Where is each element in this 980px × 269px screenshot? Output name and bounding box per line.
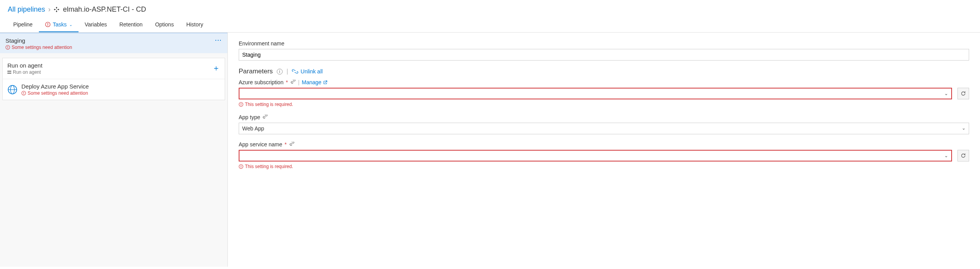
unlink-all-label: Unlink all [300,68,323,75]
agent-title: Run on agent [7,62,42,69]
external-link-icon [323,80,327,85]
chevron-down-icon: ⌄ [944,91,948,96]
env-name-label: Environment name [239,40,969,47]
add-task-icon[interactable]: ＋ [212,63,220,73]
bars-icon [7,71,11,74]
azure-app-service-icon [7,85,17,95]
azure-subscription-select[interactable]: ⌄ [239,88,952,99]
task-warning: Some settings need attention [21,90,89,96]
error-bang-icon [239,164,243,169]
tab-variables[interactable]: Variables [79,17,113,32]
tab-history[interactable]: History [180,17,210,32]
chevron-right-icon: › [48,5,51,14]
unlink-icon [292,69,298,74]
svg-rect-0 [54,9,55,10]
manage-link[interactable]: Manage [302,79,327,85]
stage-name: Staging [5,37,222,44]
refresh-button[interactable] [957,150,969,161]
chevron-down-icon: ⌄ [962,125,966,131]
tab-options[interactable]: Options [149,17,180,32]
tab-retention[interactable]: Retention [113,17,149,32]
azure-subscription-error: This setting is required. [239,102,969,107]
breadcrumb-root[interactable]: All pipelines [8,5,45,14]
tab-tasks-label: Tasks [53,21,67,28]
divider: | [286,68,288,75]
parameters-heading: Parameters [239,68,273,75]
chevron-down-icon: ⌄ [944,153,948,158]
task-warning-text: Some settings need attention [28,90,88,96]
svg-point-21 [241,167,241,168]
chevron-down-icon: ⌄ [69,23,72,27]
svg-rect-3 [56,11,57,12]
more-options-icon[interactable]: ··· [215,37,222,43]
error-bang-icon [239,102,243,107]
stage-warning-text: Some settings need attention [12,45,72,50]
refresh-button[interactable] [957,88,969,99]
svg-rect-2 [58,9,59,10]
stage-staging[interactable]: Staging Some settings need attention ··· [0,33,227,53]
page-title: elmah.io-ASP.NET-CI - CD [63,5,146,14]
task-title: Deploy Azure App Service [21,83,89,90]
svg-point-9 [7,48,8,49]
app-service-name-label: App service name [239,141,282,148]
info-icon[interactable]: i [277,69,283,75]
pipeline-icon [54,7,60,13]
app-service-name-select[interactable]: ⌄ [239,150,952,161]
required-star: * [286,79,288,85]
app-type-label: App type [239,114,260,120]
required-star: * [285,141,286,148]
error-text: This setting is required. [245,164,293,169]
svg-point-18 [241,105,241,106]
app-service-name-error: This setting is required. [239,164,969,169]
error-bang-icon [5,45,10,50]
error-bang-icon [21,91,26,95]
agent-job-row[interactable]: Run on agent Run on agent ＋ [3,58,225,79]
link-icon[interactable] [289,142,295,147]
divider: | [298,79,300,85]
agent-subtitle: Run on agent [13,69,41,75]
link-icon[interactable] [290,80,296,85]
app-type-select[interactable]: Web App ⌄ [239,123,969,134]
manage-label: Manage [302,79,321,85]
app-type-value: Web App [242,125,264,132]
link-icon[interactable] [262,115,268,120]
svg-point-6 [47,25,48,26]
svg-rect-1 [56,7,57,8]
env-name-input[interactable] [239,49,969,61]
svg-point-15 [23,94,24,95]
azure-subscription-label: Azure subscription [239,79,283,85]
task-deploy-azure[interactable]: Deploy Azure App Service Some settings n… [3,79,225,100]
error-text: This setting is required. [245,102,293,107]
unlink-all-button[interactable]: Unlink all [292,68,323,75]
error-bang-icon [45,22,51,27]
stage-warning: Some settings need attention [5,45,222,50]
tab-tasks[interactable]: Tasks ⌄ [39,17,79,32]
tab-pipeline[interactable]: Pipeline [7,17,39,32]
